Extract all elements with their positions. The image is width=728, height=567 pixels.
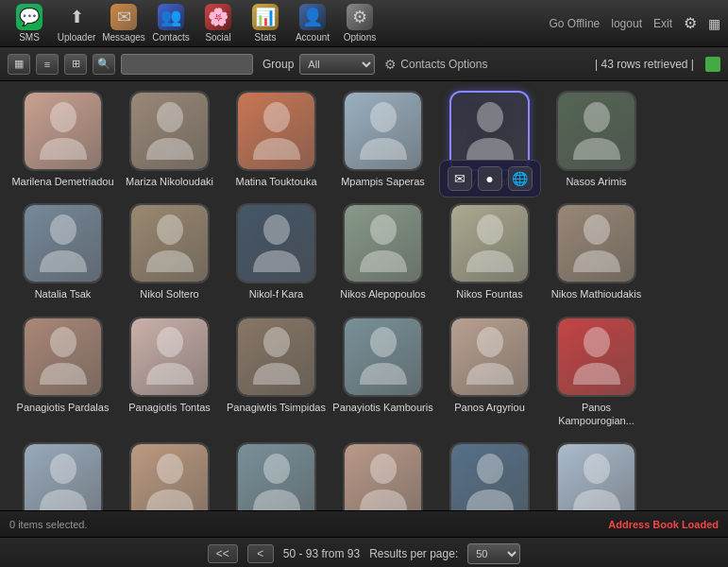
svg-point-18 xyxy=(50,454,76,484)
page-range: 50 - 93 from 93 xyxy=(283,547,360,560)
contact-photo-inner xyxy=(25,444,101,510)
contact-name: Matina Touktouka xyxy=(235,175,316,188)
group-select[interactable]: AllFriendsFamilyWork xyxy=(299,54,375,75)
contact-item[interactable]: Savvas Grammatopo... xyxy=(223,442,330,510)
contact-name: Nikol-f Kara xyxy=(249,287,303,301)
prev-page-btn[interactable]: < xyxy=(247,544,274,563)
person-silhouette-icon xyxy=(462,450,518,510)
nav-label-contacts: Contacts xyxy=(152,32,189,43)
contact-item[interactable]: Nikos Alepopoulos xyxy=(330,203,436,301)
view-btn-3[interactable]: ⊞ xyxy=(64,54,87,75)
nav-btn-options[interactable]: ⚙ Options xyxy=(338,0,381,46)
contact-item[interactable]: Panagiotis Tontas xyxy=(116,317,223,428)
person-silhouette-icon xyxy=(248,98,305,164)
contact-photo xyxy=(23,203,103,284)
svg-point-21 xyxy=(370,454,397,484)
contact-photo-inner xyxy=(345,444,421,510)
top-bar: 💬 SMS ⬆ Uploader ✉ Messages 👥 Contacts 🌸… xyxy=(0,0,728,47)
contact-photo xyxy=(343,203,423,284)
svg-point-15 xyxy=(370,327,397,357)
per-page-label: Results per page: xyxy=(369,547,458,560)
contact-item[interactable]: ✉ ● 🌐 Nancy Kristaliakou xyxy=(436,91,543,188)
contact-name: Nikos Fountas xyxy=(456,287,522,301)
contact-photo xyxy=(129,317,210,397)
person-silhouette-icon xyxy=(462,323,518,389)
search-icon[interactable]: 🔍 xyxy=(93,54,115,75)
popup-chat-icon[interactable]: ● xyxy=(478,166,502,191)
go-offline-link[interactable]: Go Offline xyxy=(549,17,600,30)
svg-point-5 xyxy=(584,102,610,132)
search-input[interactable] xyxy=(121,54,253,75)
person-silhouette-icon xyxy=(568,450,625,510)
contact-item[interactable]: Matina Touktouka xyxy=(223,91,330,188)
contact-photo-inner xyxy=(345,205,421,282)
contact-item[interactable]: Nikol-f Kara xyxy=(223,203,330,301)
nav-icon-uploader: ⬆ xyxy=(63,4,90,30)
contact-photo xyxy=(236,203,316,284)
contact-photo xyxy=(556,317,636,397)
nav-btn-uploader[interactable]: ⬆ Uploader xyxy=(55,0,98,46)
settings-icon[interactable]: ⚙ xyxy=(684,14,697,32)
first-page-btn[interactable]: << xyxy=(208,544,238,563)
contact-item[interactable]: Sofia Zerva xyxy=(436,442,543,510)
contact-item[interactable]: Panagiwtis Tsimpidas xyxy=(223,317,330,428)
logout-link[interactable]: logout xyxy=(611,17,642,30)
view-btn-2[interactable]: ≡ xyxy=(36,54,59,75)
per-page-select[interactable]: 102550100 xyxy=(467,543,520,564)
contact-photo-inner xyxy=(558,318,635,395)
contact-name: Panagiotis Tontas xyxy=(128,401,211,414)
contact-item[interactable]: Nasos Arimis xyxy=(543,91,650,188)
contact-name: Panayiotis Kambouris xyxy=(332,401,432,414)
contact-photo xyxy=(23,442,103,510)
popup-web-icon[interactable]: 🌐 xyxy=(508,166,533,191)
contact-item[interactable]: Panagiotis Pardalas xyxy=(9,317,116,428)
svg-point-0 xyxy=(50,102,76,132)
nav-btn-stats[interactable]: 📊 Stats xyxy=(244,0,287,46)
grid-toggle[interactable] xyxy=(705,57,720,72)
contact-photo-inner xyxy=(25,205,101,282)
contacts-options-btn[interactable]: ⚙ Contacts Options xyxy=(384,57,487,72)
nav-label-account: Account xyxy=(296,32,330,43)
contact-item[interactable]: Mariza Nikoloudaki xyxy=(116,91,223,188)
nav-label-uploader: Uploader xyxy=(58,32,96,43)
nav-icon-stats: 📊 xyxy=(252,4,279,30)
svg-point-8 xyxy=(263,215,290,245)
contact-photo-inner xyxy=(238,205,314,282)
person-silhouette-icon xyxy=(142,450,198,510)
view-btn-1[interactable]: ▦ xyxy=(8,54,30,75)
contact-item[interactable]: Roger Cane xyxy=(116,442,223,510)
nav-icon-options: ⚙ xyxy=(347,4,373,30)
person-silhouette-icon xyxy=(35,98,92,164)
grid-icon[interactable]: ▦ xyxy=(708,16,720,31)
nav-btn-messages[interactable]: ✉ Messages xyxy=(102,0,145,46)
contact-name: Marilena Demetriadou xyxy=(11,175,113,188)
pagination-bar: << < 50 - 93 from 93 Results per page: 1… xyxy=(0,537,728,567)
contact-item[interactable]: Nikos Mathioudakis xyxy=(543,203,650,301)
svg-point-1 xyxy=(157,102,183,132)
contact-item[interactable]: Nikos Fountas xyxy=(436,203,543,301)
person-silhouette-icon xyxy=(35,323,92,389)
popup-message-icon[interactable]: ✉ xyxy=(448,166,472,191)
exit-link[interactable]: Exit xyxy=(653,17,672,30)
svg-point-23 xyxy=(584,454,610,484)
svg-point-2 xyxy=(263,102,290,132)
contact-item[interactable]: Natalia Tsak xyxy=(9,203,116,301)
contact-photo-inner xyxy=(25,93,101,169)
contact-photo xyxy=(129,442,210,510)
contact-item[interactable]: Panayiotis Kambouris xyxy=(330,317,436,428)
contact-item[interactable]: Petros Lytrivis xyxy=(9,442,116,510)
contact-item[interactable]: Savvas Temirtsidis xyxy=(330,442,436,510)
contact-item[interactable]: Sonia Latsoudi xyxy=(543,442,650,510)
contact-item[interactable]: Panos Argyriou xyxy=(436,317,543,428)
contact-photo-inner xyxy=(238,318,314,395)
contact-popup: ✉ ● 🌐 xyxy=(439,160,541,198)
nav-btn-contacts[interactable]: 👥 Contacts xyxy=(149,0,193,46)
contact-item[interactable]: Panos Kampourogian... xyxy=(543,317,650,428)
nav-btn-account[interactable]: 👤 Account xyxy=(291,0,334,46)
contact-item[interactable]: Mpampis Saperas xyxy=(330,91,436,188)
nav-btn-sms[interactable]: 💬 SMS xyxy=(8,0,51,46)
contact-item[interactable]: Nikol Soltero xyxy=(116,203,223,301)
svg-point-17 xyxy=(584,327,610,357)
nav-btn-social[interactable]: 🌸 Social xyxy=(196,0,240,46)
contact-item[interactable]: Marilena Demetriadou xyxy=(9,91,116,188)
